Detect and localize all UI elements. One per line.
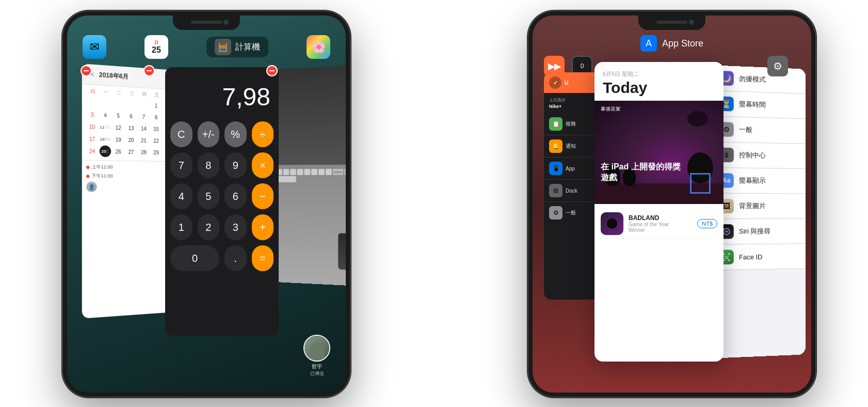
settings-item-display[interactable]: Aa 螢幕顯示 <box>713 168 805 194</box>
settings-item-control[interactable]: 🎛 控制中心 <box>713 142 805 169</box>
cal-cell[interactable]: 17 <box>86 133 98 145</box>
cal-cell[interactable]: 29 <box>151 147 162 158</box>
key <box>311 169 317 175</box>
game-price[interactable]: NT$ <box>697 219 717 228</box>
badland-game-item[interactable]: BADLAND Game of the YearWinner NT$ <box>601 209 717 239</box>
cal-cell[interactable]: 20 <box>125 134 137 146</box>
calc-btn-pct[interactable]: % <box>224 121 247 147</box>
calc-btn-6[interactable]: 6 <box>224 183 247 209</box>
flying-creature <box>687 111 708 127</box>
profile-avatar <box>303 335 330 362</box>
dock-label: Dock <box>566 188 577 194</box>
featured-title-text: 在 iPad 上開發的得獎遊戲 <box>601 162 681 182</box>
cal-cell[interactable] <box>100 97 111 109</box>
cal-cell[interactable]: 22 <box>151 135 162 146</box>
cal-cell[interactable]: 6 <box>125 110 137 122</box>
photo-card[interactable]: 完成 option command <box>272 65 346 287</box>
svg-rect-2 <box>728 254 730 255</box>
mail-icon[interactable]: ✉ <box>83 35 106 59</box>
calc-btn-div[interactable]: ÷ <box>252 121 274 147</box>
cal-cell[interactable]: 18初五 <box>100 133 111 145</box>
calc-btn-dot[interactable]: . <box>224 245 247 271</box>
cal-cell-today[interactable]: 25二 <box>100 145 111 157</box>
calc-btn-sub[interactable]: − <box>252 183 274 209</box>
cal-cell[interactable]: 5 <box>112 109 124 121</box>
calc-buttons: C +/- % ÷ 7 8 9 × 4 5 6 − 1 2 3 + 0 <box>165 116 279 276</box>
cal-person-row: 👤 <box>86 182 174 193</box>
cal-cell[interactable]: 14 <box>138 122 149 134</box>
calc-btn-5[interactable]: 5 <box>198 183 220 209</box>
keyboard-area: option command <box>272 165 346 287</box>
key <box>283 169 290 175</box>
delete-badge-1[interactable] <box>81 65 92 76</box>
calc-btn-7[interactable]: 7 <box>170 152 192 178</box>
featured-banner[interactable]: 幕後花絮 在 iPad 上開發的得獎遊戲 <box>594 101 724 204</box>
calc-btn-sign[interactable]: +/- <box>198 121 220 147</box>
cal-cell[interactable]: 3 <box>86 108 98 120</box>
cal-cell[interactable]: 12 <box>112 122 124 134</box>
key-command: command <box>344 169 346 175</box>
featured-label: 幕後花絮 <box>601 106 620 113</box>
settings-gear-icon[interactable]: ⚙ <box>767 56 788 76</box>
cal-cell[interactable]: 27 <box>125 146 137 158</box>
calc-btn-2[interactable]: 2 <box>198 214 220 240</box>
cal-cell[interactable] <box>112 98 124 109</box>
cal-dh-fri: 五 <box>151 91 163 99</box>
calculator-card[interactable]: 7,98 C +/- % ÷ 7 8 9 × 4 5 6 − 1 2 3 <box>165 67 279 336</box>
calc-btn-0[interactable]: 0 <box>170 245 219 271</box>
calc-btn-4[interactable]: 4 <box>170 183 192 209</box>
cal-cell[interactable]: 21 <box>138 134 149 146</box>
cal-cell[interactable] <box>86 96 98 108</box>
badland-char <box>607 218 617 229</box>
settings-card[interactable]: 🌙 勿擾模式 ⏳ 螢幕時間 ⚙ 一般 🎛 控制中心 Aa 螢幕顯示 <box>713 65 805 358</box>
delete-badge-3[interactable] <box>266 65 278 76</box>
appstore-card[interactable]: 6月5日 星期二 Today <box>594 62 724 362</box>
display-label: 螢幕顯示 <box>739 176 766 185</box>
event-time-1: 上午12:00 <box>91 164 112 171</box>
cal-cell[interactable]: 24 <box>86 145 98 157</box>
right-notch <box>638 15 705 30</box>
cal-cell[interactable] <box>125 98 137 110</box>
calc-btn-1[interactable]: 1 <box>170 214 192 240</box>
cal-cell[interactable]: 7 <box>138 111 149 123</box>
settings-item-screentime[interactable]: ⏳ 螢幕時間 <box>713 91 805 119</box>
cal-cell[interactable] <box>138 99 149 111</box>
cal-cell[interactable]: 26 <box>112 146 124 158</box>
cal-cell[interactable]: 11七八 <box>100 121 111 133</box>
left-notch <box>173 15 240 30</box>
calc-btn-add[interactable]: + <box>252 214 274 240</box>
cal-cell[interactable]: 4 <box>100 109 111 121</box>
calc-btn-8[interactable]: 8 <box>198 152 220 178</box>
calendar-card[interactable]: ＜ 2018年6月 日 一 二 三 四 五 六 <box>82 64 179 319</box>
cal-cell[interactable]: 1 <box>151 100 162 112</box>
nike-logo: ✓ <box>549 76 561 89</box>
settings-item-faceid[interactable]: Face ID <box>713 244 805 270</box>
badland-background <box>594 101 724 204</box>
general-settings-label: 一般 <box>739 125 752 135</box>
settings-item-dnd[interactable]: 🌙 勿擾模式 <box>713 65 805 94</box>
key <box>318 169 325 175</box>
delete-badge-2[interactable] <box>143 65 155 76</box>
settings-item-siri[interactable]: Siri 與搜尋 <box>713 219 805 245</box>
appstore-name: App Store <box>662 38 703 49</box>
settings-item-general[interactable]: ⚙ 一般 <box>713 117 805 144</box>
calc-btn-9[interactable]: 9 <box>224 152 247 178</box>
general-icon: ⚙ <box>549 206 562 220</box>
cal-cell[interactable]: 8 <box>151 112 162 123</box>
notification-icon: 🔔 <box>549 139 562 153</box>
cal-cell[interactable]: 10 <box>86 121 98 133</box>
cal-cell[interactable]: 15 <box>151 123 162 134</box>
cal-cell[interactable]: 13 <box>125 122 137 134</box>
calc-btn-eq[interactable]: = <box>252 245 274 271</box>
photos-icon[interactable]: 🌸 <box>307 35 330 59</box>
game-list: BADLAND Game of the YearWinner NT$ <box>594 204 724 244</box>
calc-btn-3[interactable]: 3 <box>224 214 247 240</box>
settings-item-wallpaper[interactable]: 🖼 背景圖片 <box>713 194 805 220</box>
calendar-icon[interactable]: 日 25 <box>144 35 168 59</box>
calc-btn-c[interactable]: C <box>170 121 192 147</box>
cal-dh-thu: 四 <box>138 91 150 98</box>
right-app-bar: A App Store <box>533 35 811 52</box>
cal-cell[interactable]: 19 <box>112 134 124 146</box>
calc-btn-mul[interactable]: × <box>252 152 274 178</box>
cal-cell[interactable]: 28 <box>138 146 149 158</box>
